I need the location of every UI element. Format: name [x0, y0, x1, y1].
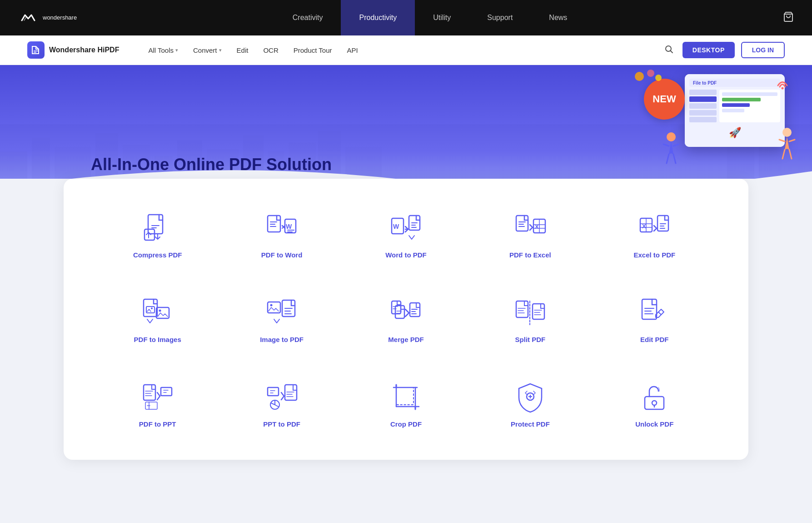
nav-support[interactable]: Support [469, 0, 531, 35]
figure-right [776, 127, 798, 165]
svg-rect-67 [396, 387, 413, 405]
sidebar-item [689, 110, 717, 116]
svg-rect-55 [395, 306, 404, 318]
nav-product-tour[interactable]: Product Tour [287, 43, 339, 58]
chevron-down-icon: ▾ [219, 47, 222, 53]
tool-pdf-to-ppt[interactable]: PDF to PPT [100, 371, 215, 437]
signal-decoration [776, 76, 789, 93]
cart-icon[interactable] [783, 11, 794, 24]
svg-rect-34 [516, 216, 528, 231]
unlock-pdf-label: Unlock PDF [635, 420, 673, 428]
svg-text:W: W [286, 223, 292, 230]
rocket-decoration: 🚀 [689, 127, 780, 139]
protect-pdf-label: Protect PDF [511, 420, 550, 428]
nav-convert[interactable]: Convert ▾ [187, 43, 228, 58]
hipdf-brand[interactable]: Wondershare HiPDF [27, 41, 119, 59]
progress-bar [722, 109, 744, 112]
svg-point-50 [159, 309, 161, 312]
ppt-to-pdf-icon [265, 380, 299, 414]
split-pdf-icon [513, 295, 547, 329]
new-badge-circle: NEW [644, 79, 685, 120]
tool-ppt-to-pdf[interactable]: PPT to PDF [224, 371, 339, 437]
image-to-pdf-label: Image to PDF [260, 336, 304, 343]
split-pdf-label: Split PDF [515, 336, 546, 343]
excel-to-pdf-icon: X [638, 211, 672, 245]
progress-bar [722, 92, 777, 96]
hipdf-logo-icon [27, 41, 45, 59]
svg-point-52 [270, 304, 273, 306]
sidebar-item [689, 90, 717, 95]
nav-api[interactable]: API [341, 43, 364, 58]
sidebar-item [689, 103, 717, 109]
edit-pdf-icon [638, 295, 672, 329]
balloon-decoration [635, 70, 662, 83]
nav-creativity[interactable]: Creativity [274, 0, 341, 35]
svg-rect-60 [642, 299, 657, 319]
svg-rect-49 [156, 307, 169, 318]
search-button[interactable] [662, 42, 676, 59]
tool-crop-pdf[interactable]: Crop PDF [349, 371, 463, 437]
tool-pdf-to-word[interactable]: W PDF to Word [224, 201, 339, 268]
excel-to-pdf-label: Excel to PDF [633, 251, 675, 259]
product-screenshot: File to PDF 🚀 [685, 74, 785, 147]
svg-rect-47 [146, 307, 154, 313]
tools-grid-row2: PDF to Images Image to PDF [100, 286, 712, 352]
wondershare-logo-icon [18, 8, 38, 28]
tool-image-to-pdf[interactable]: Image to PDF [224, 286, 339, 352]
svg-rect-54 [392, 301, 401, 314]
nav-news[interactable]: News [531, 0, 585, 35]
tool-excel-to-pdf[interactable]: X Excel to PDF [597, 201, 712, 268]
pdf-to-images-label: PDF to Images [134, 336, 181, 343]
tool-split-pdf[interactable]: Split PDF [473, 286, 588, 352]
screenshot-sidebar [689, 90, 717, 122]
desktop-button[interactable]: DESKTOP [682, 42, 735, 58]
main-content: Compress PDF W PDF to Word [0, 179, 812, 487]
svg-point-78 [652, 401, 657, 405]
tool-unlock-pdf[interactable]: Unlock PDF [597, 371, 712, 437]
nav-utility[interactable]: Utility [415, 0, 469, 35]
screenshot-main-panel [719, 90, 780, 122]
nav-productivity[interactable]: Productivity [341, 0, 415, 35]
word-to-pdf-icon: W [389, 211, 423, 245]
nav-all-tools[interactable]: All Tools ▾ [142, 43, 184, 58]
pdf-to-excel-icon: X [513, 211, 547, 245]
tool-compress-pdf[interactable]: Compress PDF [100, 201, 215, 268]
tool-protect-pdf[interactable]: Protect PDF [473, 371, 588, 437]
tool-pdf-to-excel[interactable]: X PDF to Excel [473, 201, 588, 268]
merge-pdf-label: Merge PDF [388, 336, 423, 343]
screenshot-body [689, 90, 780, 122]
tool-word-to-pdf[interactable]: W Word to PDF [349, 201, 463, 268]
tool-merge-pdf[interactable]: Merge PDF [349, 286, 463, 352]
new-badge: NEW [644, 79, 685, 120]
svg-rect-62 [161, 387, 172, 396]
svg-point-24 [782, 128, 792, 137]
wondershare-logo[interactable]: wondershare [18, 8, 77, 28]
compress-pdf-icon [140, 211, 174, 245]
pdf-to-word-icon: W [265, 211, 299, 245]
screenshot-inner: File to PDF 🚀 [685, 74, 785, 147]
nav-edit[interactable]: Edit [230, 43, 255, 58]
login-button[interactable]: LOG IN [741, 42, 785, 58]
svg-point-48 [151, 307, 153, 309]
screenshot-title: File to PDF [689, 79, 780, 87]
svg-text:W: W [393, 223, 399, 230]
svg-point-20 [635, 72, 644, 81]
protect-pdf-icon [513, 380, 547, 414]
tool-edit-pdf[interactable]: Edit PDF [597, 286, 712, 352]
ppt-to-pdf-label: PPT to PDF [263, 420, 300, 428]
tool-pdf-to-images[interactable]: PDF to Images [100, 286, 215, 352]
hipdf-brand-name: Wondershare HiPDF [49, 46, 119, 54]
edit-pdf-label: Edit PDF [640, 336, 669, 343]
crop-pdf-icon [389, 380, 423, 414]
chevron-down-icon: ▾ [175, 47, 178, 53]
pdf-to-images-icon [140, 295, 174, 329]
svg-rect-64 [268, 387, 279, 396]
merge-pdf-icon [389, 295, 423, 329]
secondary-navigation: Wondershare HiPDF All Tools ▾ Convert ▾ … [0, 35, 812, 65]
top-nav-links: Creativity Productivity Utility Support … [274, 0, 586, 35]
svg-rect-26 [148, 215, 163, 234]
top-nav-right [783, 11, 794, 24]
unlock-pdf-icon [638, 380, 672, 414]
nav-ocr[interactable]: OCR [257, 43, 284, 58]
svg-rect-65 [285, 385, 297, 400]
